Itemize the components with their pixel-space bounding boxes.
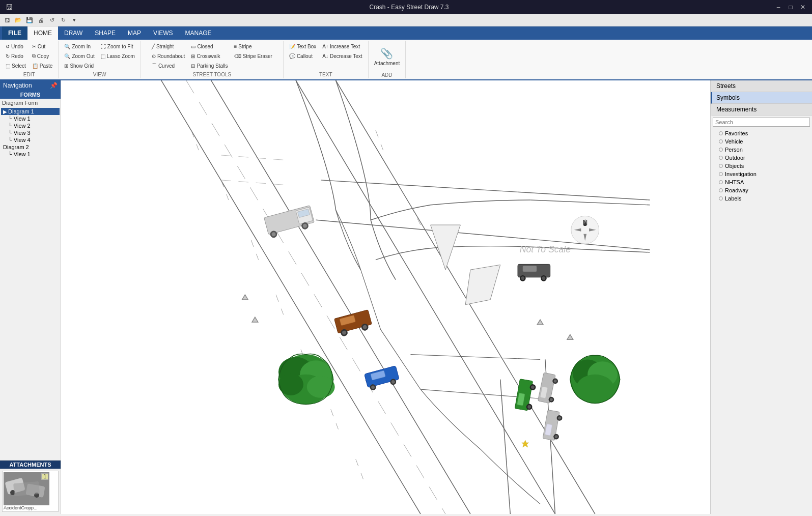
lasso-zoom-button[interactable]: ⬚ Lasso Zoom: [98, 51, 137, 61]
decrease-text-button[interactable]: A↓ Decrease Text: [320, 51, 365, 61]
attachments-header: ATTACHMENTS: [0, 461, 61, 469]
tree-item-view2[interactable]: └ View 2: [1, 122, 60, 129]
attachments-section: ATTACHMENTS 1 AccidentCropp...: [0, 460, 61, 514]
crosswalk-button[interactable]: ⊞ Crosswalk: [188, 51, 230, 61]
investigation-label: Investigation: [725, 171, 757, 177]
maximize-button[interactable]: □: [786, 2, 796, 12]
main-layout: Navigation 📌 FORMS Diagram Form ▶ Diagra…: [0, 80, 812, 514]
save-button[interactable]: 💾: [24, 15, 35, 25]
symbol-objects[interactable]: Objects: [711, 162, 812, 170]
objects-icon: [719, 164, 723, 168]
app-title: Crash - Easy Street Draw 7.3: [45, 4, 773, 11]
tree-item-view3[interactable]: └ View 3: [1, 129, 60, 136]
show-grid-button[interactable]: ⊞ Show Grid: [62, 61, 97, 70]
tab-home[interactable]: HOME: [27, 26, 58, 40]
ribbon-content: ↺ Undo ↻ Redo ⬚ Select ✂ Cut ⧉ Copy 📋 Pa…: [0, 40, 812, 80]
street-tools-label: STREET TOOLS: [193, 71, 232, 77]
roadway-label: Roadway: [725, 187, 748, 193]
zoom-in-button[interactable]: 🔍 Zoom In: [62, 42, 97, 51]
outdoor-icon: [719, 156, 723, 160]
tree-item-view1[interactable]: └ View 1: [1, 115, 60, 122]
add-label: ADD: [381, 71, 392, 78]
tab-file[interactable]: FILE: [2, 26, 27, 40]
cut-button[interactable]: ✂ Cut: [30, 42, 55, 51]
undo-quick-button[interactable]: ↺: [47, 15, 57, 25]
zoom-out-button[interactable]: 🔍 Zoom Out: [62, 51, 97, 61]
quick-save-icon[interactable]: 🖫: [4, 2, 14, 12]
straight-button[interactable]: ╱ Straight: [149, 42, 188, 51]
titlebar: 🖫 Crash - Easy Street Draw 7.3 – □ ✕: [0, 0, 812, 14]
tab-streets[interactable]: Streets: [711, 80, 812, 92]
tree-item-view4[interactable]: └ View 4: [1, 136, 60, 144]
tab-map[interactable]: MAP: [122, 26, 147, 40]
tree-item-diagram2[interactable]: Diagram 2: [1, 144, 60, 151]
symbol-search-input[interactable]: [713, 118, 810, 127]
symbol-nhtsa[interactable]: NHTSA: [711, 178, 812, 186]
nhtsa-icon: [719, 180, 723, 184]
navigation-header: Navigation 📌: [0, 80, 61, 91]
undo-button[interactable]: ↺ Undo: [3, 42, 29, 51]
left-panel: Navigation 📌 FORMS Diagram Form ▶ Diagra…: [0, 80, 61, 514]
diagram-canvas: N Not To Scale: [61, 80, 710, 514]
tab-views[interactable]: VIEWS: [147, 26, 179, 40]
copy-button[interactable]: ⧉ Copy: [30, 51, 55, 61]
callout-button[interactable]: 💬 Callout: [287, 51, 319, 61]
tree-item-d2-view1[interactable]: └ View 1: [1, 151, 60, 158]
right-panel: Streets Symbols Measurements Favorites V…: [710, 80, 812, 514]
symbol-investigation[interactable]: Investigation: [711, 170, 812, 178]
print-button[interactable]: 🖨: [36, 15, 46, 25]
tab-measurements[interactable]: Measurements: [711, 104, 812, 116]
new-button[interactable]: 🖫: [2, 15, 12, 25]
stripe-button[interactable]: ≡ Stripe: [232, 42, 275, 51]
quick-access-toolbar: 🖫 📂 💾 🖨 ↺ ↻ ▾: [0, 14, 812, 26]
labels-icon: [719, 196, 723, 200]
closed-button[interactable]: ▭ Closed: [188, 42, 230, 51]
quick-access-dropdown[interactable]: ▾: [69, 15, 79, 25]
canvas-area[interactable]: N Not To Scale: [61, 80, 710, 514]
select-button[interactable]: ⬚ Select: [3, 61, 29, 70]
parking-stalls-button[interactable]: ⊟ Parking Stalls: [188, 61, 230, 70]
redo-quick-button[interactable]: ↻: [58, 15, 68, 25]
symbol-favorites[interactable]: Favorites: [711, 129, 812, 137]
attachment-item[interactable]: 1 AccidentCropp...: [2, 471, 59, 512]
tab-shape[interactable]: SHAPE: [89, 26, 122, 40]
symbol-vehicle[interactable]: Vehicle: [711, 137, 812, 146]
add-group: 📎 Attachment ADD: [369, 41, 406, 78]
expand-icon-diagram1[interactable]: ▶: [3, 109, 7, 114]
view-label: VIEW: [93, 71, 106, 77]
roadway-icon: [719, 188, 723, 192]
close-button[interactable]: ✕: [798, 2, 808, 12]
symbol-labels[interactable]: Labels: [711, 194, 812, 203]
edit-label: EDIT: [23, 71, 35, 77]
symbol-outdoor[interactable]: Outdoor: [711, 154, 812, 162]
attachment-badge: 1: [41, 473, 48, 480]
svg-point-59: [521, 276, 524, 280]
svg-rect-6: [121, 80, 650, 514]
zoom-to-fit-button[interactable]: ⛶ Zoom to Fit: [98, 42, 137, 51]
symbol-person[interactable]: Person: [711, 146, 812, 154]
nhtsa-label: NHTSA: [725, 179, 744, 185]
stripe-eraser-button[interactable]: ⌫ Stripe Eraser: [232, 51, 275, 61]
attachment-button[interactable]: 📎 Attachment: [372, 42, 403, 71]
symbol-roadway[interactable]: Roadway: [711, 186, 812, 194]
roundabout-button[interactable]: ⊙ Roundabout: [149, 51, 188, 61]
increase-text-button[interactable]: A↑ Increase Text: [320, 42, 365, 51]
objects-label: Objects: [725, 163, 744, 169]
tab-symbols[interactable]: Symbols: [711, 92, 812, 104]
minimize-button[interactable]: –: [773, 2, 783, 12]
diagram-form-label: Diagram Form: [0, 99, 61, 107]
svg-rect-57: [523, 266, 537, 272]
curved-button[interactable]: ⌒ Curved: [149, 61, 188, 70]
tree-item-diagram1[interactable]: ▶ Diagram 1: [1, 108, 60, 115]
attachment-name: AccidentCropp...: [4, 505, 49, 510]
svg-point-86: [307, 376, 335, 398]
open-button[interactable]: 📂: [13, 15, 23, 25]
tab-draw[interactable]: DRAW: [58, 26, 89, 40]
paste-button[interactable]: 📋 Paste: [30, 61, 55, 70]
pin-icon[interactable]: 📌: [50, 82, 58, 89]
svg-text:Not To Scale: Not To Scale: [520, 244, 571, 254]
symbol-tree: Favorites Vehicle Person Outdoor Objects…: [711, 129, 812, 514]
redo-button[interactable]: ↻ Redo: [3, 51, 29, 61]
text-box-button[interactable]: 📝 Text Box: [287, 42, 319, 51]
tab-manage[interactable]: MANAGE: [179, 26, 218, 40]
